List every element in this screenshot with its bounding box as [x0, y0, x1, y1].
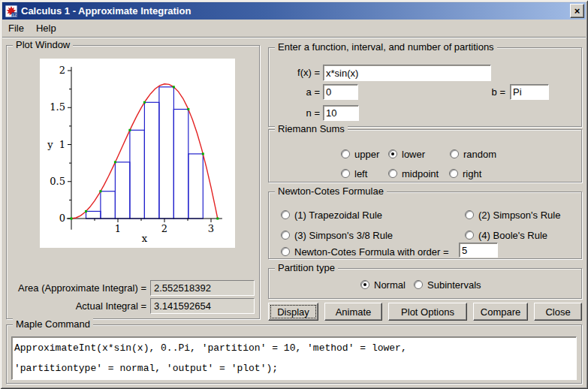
- radio-circle-icon: [414, 280, 423, 289]
- radio-label: right: [463, 168, 481, 179]
- n-label: n =: [269, 107, 320, 119]
- button-row: Display Animate Plot Options Compare Clo…: [268, 303, 582, 321]
- radio-label: upper: [354, 149, 379, 160]
- radio-circle-icon: [465, 231, 474, 240]
- window-title: Calculus 1 - Approximate Integration: [21, 5, 570, 17]
- radio-circle-icon: [281, 210, 290, 219]
- radio-simpsons[interactable]: (2) Simpson's Rule: [465, 209, 560, 221]
- partition-group: Partition type Normal Subintervals: [268, 268, 582, 299]
- radio-simpsons-38[interactable]: (3) Simpson's 3/8 Rule: [281, 229, 393, 241]
- svg-text:12: 12: [12, 12, 17, 17]
- svg-text:0: 0: [59, 213, 65, 224]
- b-label: b =: [457, 86, 505, 98]
- svg-text:2: 2: [59, 65, 65, 76]
- svg-text:3: 3: [208, 223, 214, 234]
- compare-button[interactable]: Compare: [473, 303, 528, 321]
- fx-label: f(x) =: [269, 67, 320, 78]
- radio-subintervals[interactable]: Subintervals: [414, 279, 481, 291]
- radio-label: Subintervals: [427, 279, 481, 291]
- close-icon: ×: [574, 6, 580, 16]
- radio-right[interactable]: right: [449, 167, 481, 179]
- radio-label: lower: [402, 149, 425, 160]
- radio-label: (3) Simpson's 3/8 Rule: [294, 230, 393, 241]
- svg-text:1.5: 1.5: [50, 101, 65, 113]
- radio-circle-icon: [360, 280, 369, 289]
- radio-label: Newton-Cotes Formula with order =: [294, 246, 449, 258]
- menu-separator: [2, 37, 586, 38]
- a-input[interactable]: [323, 84, 358, 100]
- radio-label: (4) Boole's Rule: [478, 230, 547, 241]
- maple-command-line: ApproximateInt(x*sin(x), 0..Pi, 'partiti…: [14, 338, 574, 358]
- area-value-field: 2.552518392: [150, 280, 255, 296]
- radio-circle-icon: [388, 149, 397, 158]
- area-label: Area (Approximate Integral) =: [7, 282, 146, 294]
- radio-midpoint[interactable]: midpoint: [388, 167, 439, 179]
- svg-text:0.5: 0.5: [50, 176, 65, 187]
- radio-circle-icon: [465, 210, 474, 219]
- radio-label: midpoint: [402, 168, 439, 179]
- close-window-button[interactable]: Close: [534, 303, 582, 321]
- radio-newton-order[interactable]: Newton-Cotes Formula with order =: [281, 246, 449, 258]
- svg-text:1: 1: [115, 223, 121, 234]
- close-button[interactable]: ×: [570, 4, 584, 18]
- newton-cotes-group-title: Newton-Cotes Formulae: [275, 185, 387, 197]
- maple-command-textarea[interactable]: ApproximateInt(x*sin(x), 0..Pi, 'partiti…: [11, 336, 577, 380]
- radio-upper[interactable]: upper: [341, 148, 379, 160]
- actual-integral-label: Actual Integral =: [7, 300, 146, 312]
- plot-options-button[interactable]: Plot Options: [388, 303, 467, 321]
- radio-circle-icon: [341, 169, 350, 178]
- radio-circle-icon: [281, 231, 290, 240]
- radio-circle-icon: [341, 149, 350, 158]
- radio-label: left: [354, 168, 367, 179]
- order-input[interactable]: [459, 243, 498, 258]
- svg-text:1: 1: [59, 139, 65, 150]
- a-label: a =: [269, 86, 320, 98]
- n-input[interactable]: [323, 105, 359, 121]
- radio-circle-icon: [388, 169, 397, 178]
- radio-lower[interactable]: lower: [388, 148, 425, 160]
- radio-random[interactable]: random: [450, 148, 496, 160]
- riemann-group: Riemann Sums upper lower random left mid…: [268, 129, 582, 182]
- radio-trapezoidal[interactable]: (1) Trapezoidal Rule: [281, 209, 382, 221]
- plot-image: 12300.511.52yx: [40, 59, 235, 248]
- svg-text:x: x: [142, 233, 148, 244]
- plot-window-group-title: Plot Window: [13, 39, 73, 50]
- svg-text:y: y: [47, 139, 53, 150]
- radio-normal[interactable]: Normal: [360, 279, 406, 291]
- radio-label: (1) Trapezoidal Rule: [294, 210, 382, 221]
- titlebar: 12 Calculus 1 - Approximate Integration …: [2, 2, 586, 20]
- partition-group-title: Partition type: [275, 262, 338, 273]
- radio-circle-icon: [281, 247, 290, 256]
- radio-left[interactable]: left: [341, 167, 367, 179]
- riemann-group-title: Riemann Sums: [275, 123, 348, 134]
- menu-help[interactable]: Help: [30, 20, 62, 36]
- radio-circle-icon: [450, 149, 459, 158]
- maple-command-group-title: Maple Command: [13, 318, 93, 330]
- animate-button[interactable]: Animate: [324, 303, 382, 321]
- display-button[interactable]: Display: [268, 303, 318, 321]
- svg-text:2: 2: [161, 223, 167, 234]
- menu-file[interactable]: File: [2, 20, 30, 36]
- b-input[interactable]: [510, 84, 549, 100]
- plot-canvas: 12300.511.52yx: [40, 59, 235, 248]
- radio-booles[interactable]: (4) Boole's Rule: [465, 229, 547, 241]
- radio-label: (2) Simpson's Rule: [478, 210, 560, 221]
- maple-command-line: 'partitiontype' = normal, 'output' = 'pl…: [14, 358, 574, 378]
- menubar: File Help: [2, 20, 586, 37]
- function-group-title: Enter a function, interval, and number o…: [275, 41, 497, 53]
- newton-cotes-group: Newton-Cotes Formulae (1) Trapezoidal Ru…: [268, 191, 582, 259]
- radio-circle-icon: [449, 169, 458, 178]
- radio-label: random: [463, 149, 496, 160]
- function-group: Enter a function, interval, and number o…: [268, 47, 582, 127]
- radio-label: Normal: [374, 279, 406, 291]
- actual-integral-field: 3.141592654: [150, 298, 255, 314]
- fx-input[interactable]: [323, 65, 491, 81]
- app-icon: 12: [5, 5, 17, 17]
- app-window: 12 Calculus 1 - Approximate Integration …: [0, 0, 588, 389]
- maple-command-group: Maple Command ApproximateInt(x*sin(x), 0…: [6, 324, 582, 384]
- plot-window-group: Plot Window 12300.511.52yx Area (Approxi…: [6, 45, 260, 319]
